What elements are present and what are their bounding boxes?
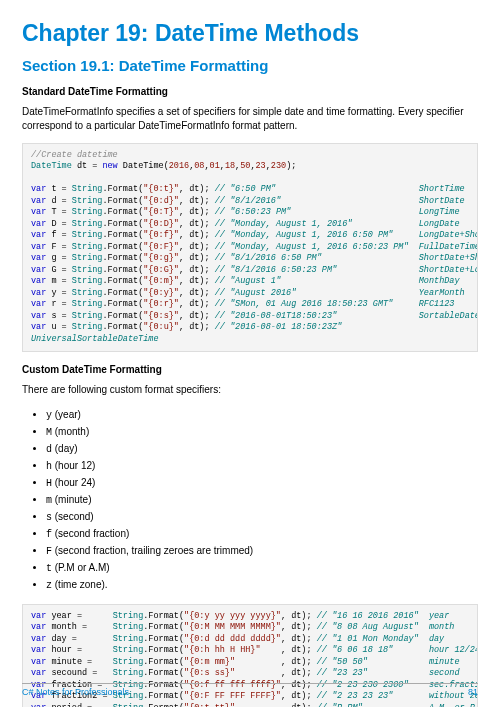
list-item: t (P.M or A.M)	[46, 560, 478, 577]
cust-heading: Custom DateTime Formatting	[22, 364, 478, 375]
list-item: H (hour 24)	[46, 475, 478, 492]
std-intro: DateTimeFormatInfo specifies a set of sp…	[22, 105, 478, 133]
list-item: h (hour 12)	[46, 458, 478, 475]
list-item: M (month)	[46, 424, 478, 441]
list-item: y (year)	[46, 407, 478, 424]
list-item: d (day)	[46, 441, 478, 458]
code-block-standard: //Create datetime DateTime dt = new Date…	[22, 143, 478, 352]
list-item: s (second)	[46, 509, 478, 526]
page-footer: C# Notes for Professionals 81	[22, 683, 478, 697]
footer-right: 81	[468, 687, 478, 697]
chapter-title: Chapter 19: DateTime Methods	[22, 20, 478, 47]
std-heading: Standard DateTime Formatting	[22, 86, 478, 97]
list-item: f (second fraction)	[46, 526, 478, 543]
cust-intro: There are following custom format specif…	[22, 383, 478, 397]
section-title: Section 19.1: DateTime Formatting	[22, 57, 478, 74]
specifier-list: y (year)M (month)d (day)h (hour 12)H (ho…	[22, 407, 478, 594]
list-item: m (minute)	[46, 492, 478, 509]
footer-left: C# Notes for Professionals	[22, 687, 129, 697]
list-item: z (time zone).	[46, 577, 478, 594]
list-item: F (second fraction, trailing zeroes are …	[46, 543, 478, 560]
